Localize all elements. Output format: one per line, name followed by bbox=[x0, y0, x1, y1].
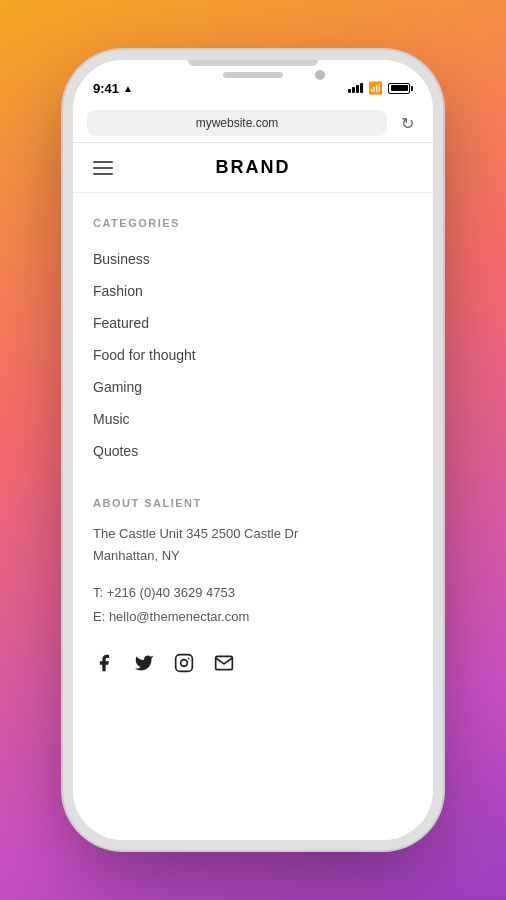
about-section: ABOUT SALIENT The Castle Unit 345 2500 C… bbox=[93, 497, 413, 628]
phone-camera bbox=[315, 70, 325, 80]
time-display: 9:41 bbox=[93, 81, 119, 96]
about-section-label: ABOUT SALIENT bbox=[93, 497, 413, 509]
status-icons: 📶 bbox=[348, 81, 413, 95]
mail-icon[interactable] bbox=[213, 652, 235, 674]
categories-section-label: CATEGORIES bbox=[93, 217, 413, 229]
menu-content: CATEGORIES Business Fashion Featured Foo… bbox=[73, 193, 433, 840]
url-text: mywebsite.com bbox=[196, 116, 279, 130]
wifi-icon: 📶 bbox=[368, 81, 383, 95]
category-item-food[interactable]: Food for thought bbox=[93, 339, 413, 371]
instagram-icon[interactable] bbox=[173, 652, 195, 674]
status-time: 9:41 ▲ bbox=[93, 81, 133, 96]
phone-shell: 9:41 ▲ 📶 mywebsite.com ↻ bbox=[73, 60, 433, 840]
svg-point-1 bbox=[181, 660, 188, 667]
social-icons bbox=[93, 652, 413, 674]
phone-text: T: +216 (0)40 3629 4753 bbox=[93, 585, 235, 600]
hamburger-line-1 bbox=[93, 161, 113, 163]
svg-rect-0 bbox=[176, 655, 193, 672]
brand-logo: BRAND bbox=[216, 157, 291, 178]
category-item-gaming[interactable]: Gaming bbox=[93, 371, 413, 403]
facebook-icon[interactable] bbox=[93, 652, 115, 674]
battery-icon bbox=[388, 83, 413, 94]
hamburger-line-2 bbox=[93, 167, 113, 169]
category-item-quotes[interactable]: Quotes bbox=[93, 435, 413, 467]
url-field[interactable]: mywebsite.com bbox=[87, 110, 387, 136]
email-text: E: hello@themenectar.com bbox=[93, 609, 249, 624]
hamburger-button[interactable] bbox=[93, 161, 113, 175]
location-icon: ▲ bbox=[123, 83, 133, 94]
category-item-fashion[interactable]: Fashion bbox=[93, 275, 413, 307]
category-list: Business Fashion Featured Food for thoug… bbox=[93, 243, 413, 467]
phone-speaker bbox=[223, 72, 283, 78]
browser-content: BRAND CATEGORIES Business Fashion Featur… bbox=[73, 143, 433, 840]
address-text: The Castle Unit 345 2500 Castle Dr Manha… bbox=[93, 523, 413, 567]
twitter-icon[interactable] bbox=[133, 652, 155, 674]
address-bar: mywebsite.com ↻ bbox=[73, 104, 433, 143]
contact-text: T: +216 (0)40 3629 4753 E: hello@themene… bbox=[93, 581, 413, 628]
refresh-button[interactable]: ↻ bbox=[395, 111, 419, 135]
hamburger-line-3 bbox=[93, 173, 113, 175]
address-line1: The Castle Unit 345 2500 Castle Dr bbox=[93, 526, 298, 541]
signal-icon bbox=[348, 83, 363, 93]
site-header: BRAND bbox=[73, 143, 433, 193]
category-item-featured[interactable]: Featured bbox=[93, 307, 413, 339]
category-item-business[interactable]: Business bbox=[93, 243, 413, 275]
address-line2: Manhattan, NY bbox=[93, 548, 180, 563]
category-item-music[interactable]: Music bbox=[93, 403, 413, 435]
status-bar: 9:41 ▲ 📶 bbox=[73, 60, 433, 104]
